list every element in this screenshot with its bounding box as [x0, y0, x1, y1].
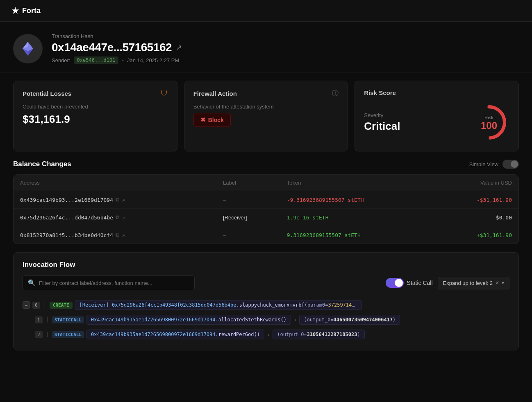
toggle-on-knob [395, 279, 403, 287]
balance-changes-table-container: Address Label Token Value in USD 0x439ca… [13, 174, 519, 244]
logo[interactable]: ★ Forta [11, 6, 41, 16]
tx-sender: Sender: 0xe546...d101 • Jan 14, 2025 2:2… [52, 56, 182, 64]
inv-code-0-func: .slappychuck_emorxmvrbf( [236, 302, 307, 308]
inv-code-2-addr: 0x439cac149b935ae1d726569800972e1669d170… [91, 332, 215, 337]
pipe-0: | [43, 302, 46, 308]
inv-row-0-inner: – 0 | CREATE [Receiver] 0x75d296a26f4cc1… [23, 300, 362, 310]
firewall-action-title: Firewall Action [193, 90, 237, 97]
collapse-button-0[interactable]: – [23, 301, 30, 309]
usd-value-2: +$31,161.90 [477, 232, 512, 238]
address-text-0: 0x439cac149b93...2e1669d17094 [20, 197, 113, 203]
invocation-flow-section: Invocation Flow 🔍 Static Call Expand up … [0, 252, 532, 359]
token-value-0: -9.316923689155507 stETH [287, 197, 364, 203]
invocation-row-2: 2 | STATICCALL 0x439cac149b935ae1d726569… [23, 327, 509, 342]
balance-changes-section: Balance Changes Simple View Address Labe… [0, 160, 532, 252]
copy-icon-0[interactable]: ⧉ [116, 196, 119, 203]
badge-num-1: 1 [35, 316, 43, 323]
inv-code-2: 0x439cac149b935ae1d726569800972e1669d170… [86, 330, 264, 339]
inv-code-0: [Receiver] 0x75d296a26f4cc1b49348f02c381… [75, 300, 362, 310]
search-input[interactable] [39, 280, 189, 286]
transaction-section: Transaction Hash 0x14ae447e...57165162 ↗… [0, 22, 532, 72]
usd-value-0: -$31,161.90 [477, 197, 512, 203]
balance-changes-header: Balance Changes Simple View [13, 160, 519, 169]
usd-value-1: $0.00 [496, 215, 512, 221]
block-icon: ✖ [200, 116, 206, 124]
pipe-2: | [46, 332, 49, 337]
search-box: 🔍 [23, 276, 195, 290]
inv-code-1: 0x439cac149b935ae1d726569800972e1669d170… [86, 315, 291, 325]
copy-icon-2[interactable]: ⧉ [116, 232, 119, 238]
sender-address[interactable]: 0xe546...d101 [74, 56, 119, 64]
cards-row: Potential Losses 🛡 Could have been preve… [0, 72, 532, 160]
copy-icon-1[interactable]: ⧉ [116, 214, 119, 221]
expand-button[interactable]: Expand up to level: 2 ✕ ▾ [438, 277, 509, 289]
toggle-knob [511, 160, 518, 168]
tx-label: Transaction Hash [52, 33, 182, 39]
potential-losses-subtitle: Could have been prevented [23, 104, 168, 110]
invocation-title: Invocation Flow [23, 261, 509, 269]
token-value-2: 9.316923689155507 stETH [287, 232, 361, 238]
eth-logo [13, 34, 43, 63]
info-icon: ⓘ [332, 89, 339, 98]
invocation-row-0: – 0 | CREATE [Receiver] 0x75d296a26f4cc1… [23, 298, 509, 312]
firewall-title-row: Firewall Action ⓘ [193, 89, 339, 98]
label-receiver-1: [Receiver] [223, 215, 247, 221]
inv-output-1: (output_0=44650073509474006417) [299, 315, 400, 325]
risk-gauge: Risk 100 [468, 102, 509, 143]
invocation-toolbar: 🔍 Static Call Expand up to level: 2 ✕ ▾ [23, 276, 509, 290]
invocation-row-1: 1 | STATICCALL 0x439cac149b935ae1d726569… [23, 312, 509, 327]
out-key-1: (output_0= [304, 317, 333, 323]
tx-hash: 0x14ae447e...57165162 [52, 41, 172, 54]
badge-create-0: CREATE [50, 302, 73, 309]
severity-label: Severity [364, 112, 400, 118]
inv-code-0-param-key: param0= [307, 302, 328, 308]
token-value-1: 1.9e-16 stETH [287, 215, 329, 221]
static-call-toggle-switch[interactable] [386, 278, 404, 288]
badge-num-0: 0 [32, 302, 40, 309]
risk-card-left: Severity Critical [364, 112, 400, 133]
potential-losses-card: Potential Losses 🛡 Could have been preve… [13, 81, 177, 151]
inv-arrow-1: › [293, 316, 297, 323]
firewall-subtitle: Behavior of the attestation system [193, 104, 339, 110]
dot-separator: • [122, 57, 124, 63]
severity-value: Critical [364, 120, 400, 133]
extlink-icon-0[interactable]: ↗ [122, 197, 125, 203]
potential-losses-value: $31,161.9 [23, 113, 168, 126]
expand-close-icon[interactable]: ✕ [495, 280, 499, 286]
label-dash-0: – [223, 197, 226, 203]
sender-label: Sender: [52, 57, 70, 63]
simple-view-toggle[interactable] [502, 160, 519, 169]
firewall-action-card: Firewall Action ⓘ Behavior of the attest… [184, 81, 348, 151]
out-close-2: ) [357, 332, 360, 337]
out-close-1: ) [393, 317, 396, 323]
expand-chevron-icon[interactable]: ▾ [502, 280, 504, 286]
col-value-usd: Value in USD [435, 175, 518, 191]
address-text-2: 0x8152970a81f5...b34be0d40cf4 [20, 232, 113, 238]
extlink-icon-1[interactable]: ↗ [122, 215, 125, 221]
external-link-icon[interactable]: ↗ [176, 43, 182, 52]
table-header-row: Address Label Token Value in USD [14, 175, 518, 191]
static-call-label: Static Call [407, 280, 433, 286]
tx-datetime: Jan 14, 2025 2:27 PM [127, 57, 179, 63]
table-row: 0x75d296a26f4c...dd047d56b4be⧉↗[Receiver… [14, 209, 518, 226]
block-button[interactable]: ✖ Block [193, 113, 231, 127]
search-icon: 🔍 [28, 279, 36, 287]
table-row: 0x8152970a81f5...b34be0d40cf4⧉↗–9.316923… [14, 226, 518, 244]
shield-icon: 🛡 [161, 89, 168, 98]
out-key-2: (output_0= [277, 332, 307, 337]
risk-number: 100 [481, 120, 497, 131]
extlink-icon-2[interactable]: ↗ [122, 232, 125, 238]
tx-hash-row: 0x14ae447e...57165162 ↗ [52, 41, 182, 54]
address-text-1: 0x75d296a26f4c...dd047d56b4be [20, 215, 113, 221]
badge-staticcall-1: STATICCALL [52, 316, 84, 323]
cell-label-1: [Receiver] [216, 209, 280, 226]
inv-code-1-addr: 0x439cac149b935ae1d726569800972e1669d170… [91, 317, 215, 323]
cell-value-0: -$31,161.90 [435, 191, 518, 209]
simple-view-label: Simple View [469, 161, 498, 167]
inv-arrow-2: › [267, 331, 270, 338]
out-val-1: 44650073509474006417 [334, 317, 393, 323]
card-title-row: Potential Losses 🛡 [23, 89, 168, 98]
potential-losses-title: Potential Losses [23, 90, 71, 97]
cell-address-1: 0x75d296a26f4c...dd047d56b4be⧉↗ [14, 209, 216, 226]
col-token: Token [280, 175, 435, 191]
